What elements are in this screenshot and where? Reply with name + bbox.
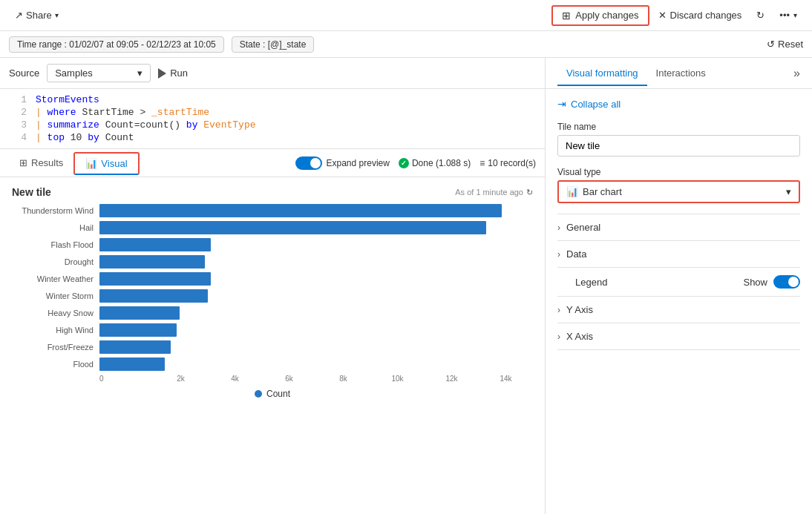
legend-show-label: Show — [743, 277, 767, 288]
code-line-2: 2 | where StartTime > _startTime — [0, 106, 545, 119]
bar-label: Flood — [12, 360, 94, 369]
bar-label: Winter Storm — [12, 291, 94, 300]
more-icon: ••• — [779, 10, 790, 21]
reset-icon: ↺ — [767, 39, 775, 50]
right-tab-visual-formatting[interactable]: Visual formatting — [557, 62, 647, 86]
chart-legend: Count — [12, 389, 533, 399]
chart-refresh-icon[interactable]: ↻ — [526, 188, 533, 197]
apply-changes-button[interactable]: ⊞ Apply changes — [551, 5, 649, 26]
bar-container — [99, 238, 533, 251]
x-axis-chevron-icon: › — [557, 332, 560, 342]
done-badge: Done (1.088 s) — [399, 158, 471, 168]
x-tick: 4k — [208, 375, 262, 383]
collapse-all-button[interactable]: ⇥ Collapse all — [557, 98, 800, 110]
legend-show-toggle[interactable] — [773, 275, 800, 289]
tabs-bar: ⊞ Results 📊 Visual Expand preview Done (… — [0, 149, 545, 177]
results-label: Results — [31, 157, 63, 168]
apply-icon: ⊞ — [562, 10, 571, 22]
left-panel: Source Samples ▾ Run 1 StormEvents 2 | w… — [0, 58, 546, 514]
y-axis-section-label: Y Axis — [566, 304, 800, 315]
share-label: Share — [26, 10, 52, 21]
bar-container — [99, 289, 533, 303]
chart-area: New tile As of 1 minute ago ↻ Thundersto… — [0, 177, 545, 514]
run-button[interactable]: Run — [158, 67, 188, 79]
general-chevron-icon: › — [557, 223, 560, 233]
expand-preview-toggle-wrap: Expand preview — [295, 156, 390, 170]
source-bar: Source Samples ▾ Run — [0, 58, 545, 89]
refresh-button[interactable]: ↻ — [750, 7, 770, 24]
source-label: Source — [9, 67, 39, 79]
bar-container — [99, 358, 533, 371]
records-badge: ≡ 10 record(s) — [479, 158, 536, 168]
bar-container — [99, 204, 533, 217]
source-chevron-icon: ▾ — [137, 67, 143, 79]
chart-title: New tile — [12, 186, 51, 198]
expand-preview-toggle[interactable] — [295, 156, 322, 170]
dropdown-chevron-icon: ▾ — [786, 186, 791, 197]
legend-dot-icon — [255, 390, 262, 398]
bar-container — [99, 306, 533, 320]
visual-formatting-label: Visual formatting — [566, 67, 638, 79]
reset-label: Reset — [778, 39, 803, 50]
bar-row: Winter Weather — [12, 272, 533, 286]
toolbar: ↗ Share ▾ ⊞ Apply changes ✕ Discard chan… — [0, 0, 812, 31]
x-tick: 0 — [99, 375, 154, 383]
tile-name-label: Tile name — [557, 122, 800, 132]
tab-results[interactable]: ⊞ Results — [9, 153, 73, 174]
done-icon — [399, 158, 409, 168]
right-content: ⇥ Collapse all Tile name Visual type 📊 B… — [546, 89, 812, 359]
bar-label: Heavy Snow — [12, 309, 94, 317]
legend-label: Count — [266, 389, 290, 399]
x-tick: 6k — [262, 375, 316, 383]
run-label: Run — [170, 67, 188, 79]
discard-icon: ✕ — [658, 10, 667, 21]
visual-type-dropdown[interactable]: 📊 Bar chart ▾ — [557, 180, 800, 203]
right-tabs: Visual formatting Interactions » — [546, 58, 812, 89]
run-triangle-icon — [158, 68, 166, 79]
bar-row: Heavy Snow — [12, 306, 533, 320]
bar-fill — [99, 204, 502, 217]
code-line-4: 4 | top 10 by Count — [0, 131, 545, 144]
toolbar-right: ⊞ Apply changes ✕ Discard changes ↻ ••• … — [551, 5, 803, 26]
x-axis-section[interactable]: › X Axis — [557, 323, 800, 350]
more-button[interactable]: ••• ▾ — [773, 7, 803, 24]
right-tab-interactions[interactable]: Interactions — [647, 62, 715, 86]
data-section[interactable]: › Data — [557, 240, 800, 267]
dropdown-inner: 📊 Bar chart — [566, 186, 622, 197]
x-tick: 2k — [154, 375, 208, 383]
bar-fill — [99, 272, 211, 286]
discard-changes-button[interactable]: ✕ Discard changes — [652, 7, 748, 24]
legend-section: Legend Show — [557, 267, 800, 296]
discard-changes-label: Discard changes — [670, 10, 742, 21]
y-axis-section[interactable]: › Y Axis — [557, 296, 800, 323]
records-icon: ≡ — [479, 158, 485, 168]
results-icon: ⊞ — [19, 157, 27, 168]
code-text-4: | top 10 by Count — [36, 132, 134, 143]
x-tick: 8k — [316, 375, 370, 383]
bar-fill — [99, 289, 208, 303]
toolbar-left: ↗ Share ▾ — [9, 7, 65, 24]
visual-icon: 📊 — [85, 158, 97, 169]
bar-fill — [99, 255, 205, 268]
collapse-all-icon: ⇥ — [557, 98, 566, 110]
bar-fill — [99, 340, 171, 354]
x-axis-section-label: X Axis — [566, 331, 800, 342]
bar-label: Hail — [12, 223, 94, 232]
bar-fill — [99, 306, 180, 320]
share-button[interactable]: ↗ Share ▾ — [9, 7, 65, 24]
done-label: Done (1.088 s) — [412, 158, 471, 168]
bar-row: Drought — [12, 255, 533, 268]
source-dropdown[interactable]: Samples ▾ — [47, 64, 151, 82]
x-tick: 14k — [479, 375, 533, 383]
bar-chart: Thunderstorm WindHailFlash FloodDroughtW… — [12, 204, 533, 383]
reset-button[interactable]: ↺ Reset — [767, 39, 803, 50]
tile-name-input[interactable] — [557, 135, 800, 156]
bar-label: Drought — [12, 257, 94, 266]
right-panel-expand-icon[interactable]: » — [793, 67, 800, 80]
tab-visual[interactable]: 📊 Visual — [73, 152, 139, 175]
general-section[interactable]: › General — [557, 214, 800, 240]
main-layout: Source Samples ▾ Run 1 StormEvents 2 | w… — [0, 58, 812, 514]
chart-title-row: New tile As of 1 minute ago ↻ — [12, 186, 533, 198]
bar-row: Flash Flood — [12, 238, 533, 251]
visual-type-label: Visual type — [557, 167, 800, 177]
